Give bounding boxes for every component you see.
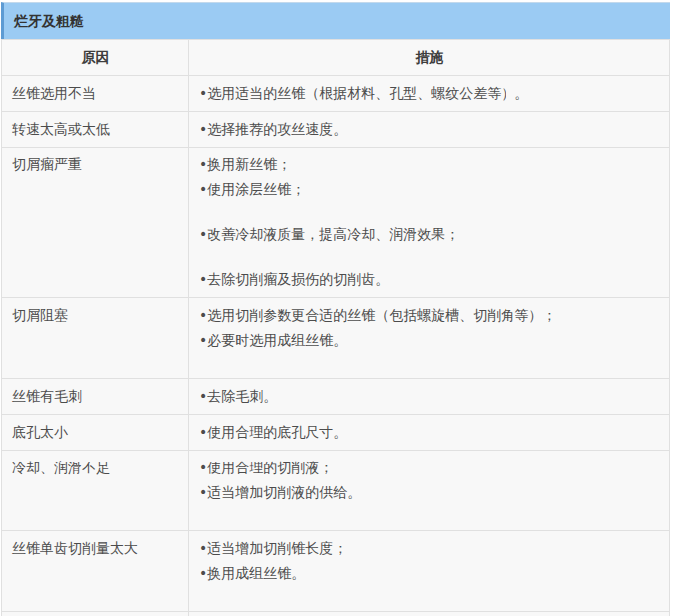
table-body: 丝锥选用不当•选用适当的丝锥（根据材料、孔型、螺纹公差等）。转速太高或太低•选择… [2, 76, 670, 612]
measure-line: •换用新丝锥； [199, 153, 659, 177]
column-header-cause: 原因 [2, 40, 189, 76]
section-title: 烂牙及粗糙 [14, 13, 84, 29]
measure-line: •去除毛刺。 [199, 384, 659, 409]
measure-line-spacer [199, 586, 659, 606]
cause-cell: 冷却、润滑不足 [2, 451, 189, 531]
table-row: 底孔太小•使用合理的底孔尺寸。 [2, 415, 670, 451]
measure-line: •换用成组丝锥。 [199, 561, 659, 586]
measure-line-spacer [199, 353, 659, 373]
measure-line: •使用涂层丝锥； [199, 177, 659, 202]
cause-cell-empty [2, 612, 189, 616]
fault-table: 原因 措施 丝锥选用不当•选用适当的丝锥（根据材料、孔型、螺纹公差等）。转速太高… [1, 39, 670, 616]
measure-line: •去除切削瘤及损伤的切削齿。 [199, 267, 659, 292]
measure-line-spacer [199, 202, 659, 222]
measure-line: •选择推荐的攻丝速度。 [199, 117, 659, 142]
table-row-partial [2, 612, 670, 616]
measure-line: •使用合理的切削液； [199, 456, 659, 480]
measure-line: •改善冷却液质量，提高冷却、润滑效果； [199, 222, 659, 247]
measure-cell: •使用合理的底孔尺寸。 [189, 415, 670, 451]
cause-cell: 丝锥选用不当 [2, 76, 189, 112]
table-row: 切屑阻塞•选用切削参数更合适的丝锥（包括螺旋槽、切削角等）；•必要时选用成组丝锥… [2, 298, 670, 379]
measure-cell: •使用合理的切削液；•适当增加切削液的供给。 [189, 451, 670, 531]
measure-cell: •换用新丝锥；•使用涂层丝锥；•改善冷却液质量，提高冷却、润滑效果；•去除切削瘤… [189, 148, 670, 298]
measure-line: •选用切削参数更合适的丝锥（包括螺旋槽、切削角等）； [199, 303, 659, 328]
cause-cell: 切屑阻塞 [2, 298, 189, 379]
table-header-row: 原因 措施 [2, 40, 670, 76]
measure-cell: •去除毛刺。 [189, 379, 670, 415]
measure-line: •必要时选用成组丝锥。 [199, 328, 659, 353]
measure-cell-empty [189, 612, 670, 616]
section-title-bar: 烂牙及粗糙 [1, 2, 670, 39]
cause-cell: 切屑瘤严重 [2, 148, 189, 298]
measure-line: •选用适当的丝锥（根据材料、孔型、螺纹公差等）。 [199, 81, 659, 106]
cause-cell: 丝锥单齿切削量太大 [2, 531, 189, 612]
measure-line: •使用合理的底孔尺寸。 [199, 420, 659, 445]
cause-cell: 丝锥有毛刺 [2, 379, 189, 415]
measure-cell: •选择推荐的攻丝速度。 [189, 112, 670, 148]
measure-line-spacer [199, 505, 659, 525]
cause-cell: 底孔太小 [2, 415, 189, 451]
measure-line: •适当增加切削锥长度； [199, 536, 659, 561]
cause-cell: 转速太高或太低 [2, 112, 189, 148]
page: 烂牙及粗糙 原因 措施 丝锥选用不当•选用适当的丝锥（根据材料、孔型、螺纹公差等… [1, 2, 670, 616]
table-row: 丝锥选用不当•选用适当的丝锥（根据材料、孔型、螺纹公差等）。 [2, 76, 670, 112]
measure-cell: •适当增加切削锥长度；•换用成组丝锥。 [189, 531, 670, 612]
column-header-measure: 措施 [189, 40, 670, 76]
table-row: 转速太高或太低•选择推荐的攻丝速度。 [2, 112, 670, 148]
table-row: 丝锥单齿切削量太大•适当增加切削锥长度；•换用成组丝锥。 [2, 531, 670, 612]
measure-cell: •选用适当的丝锥（根据材料、孔型、螺纹公差等）。 [189, 76, 670, 112]
table-row: 冷却、润滑不足•使用合理的切削液；•适当增加切削液的供给。 [2, 451, 670, 531]
measure-cell: •选用切削参数更合适的丝锥（包括螺旋槽、切削角等）；•必要时选用成组丝锥。 [189, 298, 670, 379]
table-row: 丝锥有毛刺•去除毛刺。 [2, 379, 670, 415]
measure-line-spacer [199, 247, 659, 267]
table-row: 切屑瘤严重•换用新丝锥；•使用涂层丝锥；•改善冷却液质量，提高冷却、润滑效果；•… [2, 148, 670, 298]
measure-line: •适当增加切削液的供给。 [199, 480, 659, 505]
